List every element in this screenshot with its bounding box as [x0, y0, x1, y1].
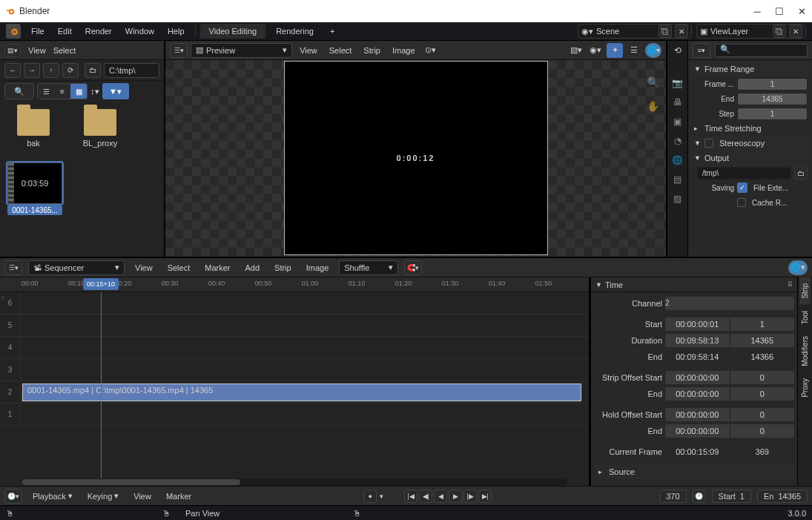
- prop-tab-viewlayer-icon[interactable]: ▣: [671, 115, 684, 128]
- playbar-view[interactable]: View: [129, 490, 156, 503]
- editor-type-preview-icon[interactable]: ☰▾: [170, 43, 188, 58]
- nav-refresh-button[interactable]: ⟳: [62, 63, 79, 78]
- jump-start-button[interactable]: |◀: [404, 490, 417, 503]
- vtab-proxy[interactable]: Proxy: [799, 372, 811, 404]
- playhead-label[interactable]: 00:15+10: [83, 278, 119, 290]
- snap-button[interactable]: 🧲▾: [404, 260, 422, 275]
- seq-menu-select[interactable]: Select: [163, 261, 195, 274]
- display-thumbnails-icon[interactable]: ▦: [70, 84, 87, 99]
- editor-type-properties-icon[interactable]: ≡▾: [693, 43, 710, 58]
- workspace-tab-video-editing[interactable]: Video Editing: [200, 24, 266, 39]
- editor-type-sequencer-icon[interactable]: ☰▾: [4, 260, 22, 275]
- viewlayer-name-input[interactable]: [710, 27, 770, 36]
- seq-menu-view[interactable]: View: [131, 261, 157, 274]
- section-frame-range[interactable]: ▼Frame Range: [690, 62, 811, 76]
- path-input[interactable]: C:\tmp\: [104, 63, 159, 78]
- pv-menu-select[interactable]: Select: [325, 44, 357, 57]
- pan-tool-icon[interactable]: ✋: [645, 99, 660, 113]
- gizmo-toggle-button[interactable]: ✦: [607, 43, 623, 58]
- start-frame-input[interactable]: Start1: [712, 490, 751, 503]
- prop-tab-world-icon[interactable]: 🌐: [671, 154, 684, 167]
- menu-edit[interactable]: Edit: [52, 24, 78, 38]
- timeline-scrollbar[interactable]: [22, 478, 567, 486]
- close-button[interactable]: ✕: [797, 7, 806, 16]
- playhead-line[interactable]: [101, 292, 102, 478]
- folder-item-blproxy[interactable]: BL_proxy: [74, 109, 126, 148]
- output-browse-button[interactable]: 🗀: [794, 166, 808, 180]
- video-strip[interactable]: 0001-14365.mp4 | C:\tmp\0001-14365.mp4 |…: [22, 384, 581, 401]
- frame-end-input[interactable]: 14365: [737, 93, 808, 105]
- pivot-button[interactable]: ⊙▾: [423, 43, 439, 58]
- tool-settings-button[interactable]: ☰: [626, 43, 642, 58]
- hold-offset-end-input[interactable]: 00:00:00:000: [665, 424, 794, 438]
- clock-icon[interactable]: 🕐: [693, 490, 706, 503]
- next-keyframe-button[interactable]: |▶: [463, 490, 477, 503]
- start-input[interactable]: 00:00:00:011: [665, 317, 794, 331]
- seq-menu-image[interactable]: Image: [302, 261, 334, 274]
- section-source[interactable]: ▸Source: [594, 464, 794, 479]
- nav-newdir-button[interactable]: 🗀: [85, 63, 101, 78]
- pv-menu-strip[interactable]: Strip: [359, 44, 385, 57]
- seq-menu-add[interactable]: Add: [240, 261, 264, 274]
- pv-menu-image[interactable]: Image: [388, 44, 420, 57]
- delete-viewlayer-button[interactable]: ✕: [789, 24, 802, 38]
- viewlayer-selector[interactable]: ▣ ⿻ ✕: [696, 24, 806, 39]
- shading-button[interactable]: 🌐▾: [645, 43, 661, 58]
- preview-viewport[interactable]: 0:00:12: [284, 61, 548, 255]
- menu-window[interactable]: Window: [119, 24, 160, 38]
- vtab-modifiers[interactable]: Modifiers: [799, 330, 811, 372]
- menu-file[interactable]: File: [25, 24, 50, 38]
- time-section-title[interactable]: Time: [605, 280, 623, 289]
- seq-menu-strip[interactable]: Strip: [270, 261, 296, 274]
- vtab-strip[interactable]: Strip: [799, 277, 811, 305]
- seq-shading-button[interactable]: 🌐▾: [788, 260, 808, 275]
- delete-scene-button[interactable]: ✕: [675, 24, 688, 38]
- prop-tab-collection-icon[interactable]: ▤: [671, 173, 684, 186]
- frame-start-input[interactable]: 1: [737, 78, 808, 90]
- sort-button[interactable]: ↕▾: [90, 87, 99, 96]
- new-viewlayer-button[interactable]: ⿻: [773, 24, 786, 38]
- play-reverse-button[interactable]: ◀: [434, 490, 447, 503]
- jump-end-button[interactable]: ▶|: [478, 490, 492, 503]
- vtab-tool[interactable]: Tool: [799, 305, 811, 330]
- prev-keyframe-button[interactable]: ◀|: [419, 490, 432, 503]
- fb-search-button[interactable]: 🔍: [4, 83, 34, 99]
- editor-type-timeline-icon[interactable]: 🕐▾: [4, 489, 22, 504]
- fb-menu-select[interactable]: Select: [53, 46, 76, 55]
- prop-tab-render-icon[interactable]: ⟲: [671, 44, 684, 57]
- nav-back-button[interactable]: ←: [4, 63, 21, 78]
- strip-offset-start-input[interactable]: 00:00:00:000: [665, 371, 794, 384]
- fb-menu-view[interactable]: View: [28, 46, 46, 55]
- editor-type-filebrowser-icon[interactable]: ▤▾: [4, 44, 21, 57]
- playbar-marker[interactable]: Marker: [162, 490, 196, 503]
- section-stereoscopy[interactable]: ▼Stereoscopy: [690, 136, 811, 151]
- scene-name-input[interactable]: [596, 27, 656, 36]
- zoom-tool-icon[interactable]: 🔍: [645, 75, 660, 90]
- prop-tab-output-icon[interactable]: 📷: [671, 76, 684, 90]
- display-channels-button[interactable]: ▧▾: [568, 43, 584, 58]
- duration-input[interactable]: 00:09:58:1314365: [665, 334, 794, 347]
- folder-item-bak[interactable]: bak: [7, 109, 59, 148]
- blender-icon[interactable]: [6, 24, 21, 39]
- add-workspace-button[interactable]: +: [324, 24, 340, 38]
- file-item-video[interactable]: 0:03:59 0001-14365...: [7, 162, 62, 215]
- nav-forward-button[interactable]: →: [24, 63, 40, 78]
- prop-tab-texture-icon[interactable]: ▨: [671, 192, 684, 205]
- end-frame-input[interactable]: En14365: [757, 490, 808, 503]
- file-ext-checkbox[interactable]: ✓: [737, 182, 747, 193]
- preview-mode-select[interactable]: ▧Preview▾: [191, 43, 292, 58]
- frame-step-input[interactable]: 1: [737, 108, 808, 120]
- output-path-input[interactable]: /tmp\: [697, 167, 791, 180]
- section-output[interactable]: ▼Output: [690, 151, 811, 165]
- stereoscopy-checkbox[interactable]: [704, 139, 713, 148]
- cache-checkbox[interactable]: [737, 198, 746, 207]
- play-button[interactable]: ▶: [449, 490, 462, 503]
- auto-keying-button[interactable]: ●: [363, 490, 377, 503]
- sequencer-mode-select[interactable]: 📽Sequencer▾: [28, 260, 125, 275]
- new-scene-button[interactable]: ⿻: [658, 24, 672, 38]
- playback-menu[interactable]: Playback▾: [28, 489, 77, 503]
- pv-menu-view[interactable]: View: [295, 44, 322, 57]
- timeline-ruler[interactable]: 00:00 00:10 00:20 00:30 00:40 00:50 01:0…: [0, 277, 589, 292]
- section-time-stretching[interactable]: ▸Time Stretching: [690, 121, 811, 136]
- prop-tab-scene-icon[interactable]: ◔: [671, 134, 684, 148]
